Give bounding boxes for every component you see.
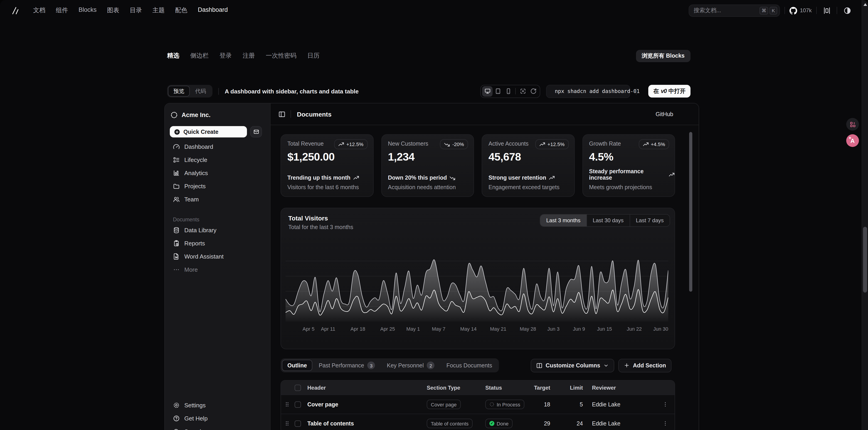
tablet-view-button[interactable] — [493, 86, 503, 96]
row-checkbox[interactable] — [294, 420, 301, 427]
github-icon — [789, 7, 797, 14]
section-type-badge: Cover page — [427, 400, 461, 409]
github-link[interactable]: 107k — [789, 7, 812, 14]
tab-signup[interactable]: 注册 — [243, 52, 255, 60]
x-axis-tick: May 7 — [432, 326, 445, 332]
grip-vertical-icon — [284, 421, 289, 426]
sidebar-item-data-library[interactable]: Data Library — [168, 224, 267, 237]
preview-scrollbar-thumb[interactable] — [689, 132, 692, 292]
tab-key-personnel[interactable]: Key Personnel2 — [381, 360, 440, 371]
target-cell[interactable]: 29 — [529, 420, 557, 427]
limit-cell[interactable]: 5 — [557, 401, 588, 407]
extension-grid-button[interactable] — [846, 118, 859, 131]
sidebar-item-get-help[interactable]: Get Help — [168, 412, 267, 425]
tab-featured[interactable]: 精选 — [167, 52, 179, 60]
nav-item-dashboard[interactable]: Dashboard — [198, 6, 228, 14]
row-checkbox[interactable] — [294, 401, 301, 407]
stat-value: 45,678 — [489, 151, 568, 163]
nav-item-colors[interactable]: 配色 — [175, 6, 187, 14]
page-scrollbar[interactable] — [862, 0, 868, 430]
sidebar-item-lifecycle[interactable]: Lifecycle — [168, 153, 267, 166]
tab-focus-documents[interactable]: Focus Documents — [441, 360, 498, 371]
drag-handle-icon[interactable] — [281, 401, 293, 407]
open-in-v0-button[interactable]: 在 v0 中打开 — [648, 85, 690, 98]
tab-label: Past Performance — [319, 362, 364, 368]
row-menu-button[interactable] — [647, 421, 675, 426]
nav-item-blocks[interactable]: Blocks — [79, 6, 97, 14]
nav-item-directory[interactable]: 目录 — [130, 6, 142, 14]
search-input[interactable]: 搜索文档... ⌘ K — [689, 4, 780, 16]
drag-handle-icon[interactable] — [281, 421, 293, 426]
sidebar-item-projects[interactable]: Projects — [168, 179, 267, 193]
sidebar-item-reports[interactable]: Reports — [168, 237, 267, 250]
table-row[interactable]: Cover page Cover page In Process 18 5 Ed… — [281, 395, 675, 414]
stat-footer-line2: Engagement exceed targets — [489, 184, 560, 191]
reviewer-cell[interactable]: Eddie Lake — [588, 401, 647, 407]
nav-item-charts[interactable]: 图表 — [107, 6, 119, 14]
tab-calendar[interactable]: 日历 — [307, 52, 319, 60]
trend-badge: +4.5% — [639, 139, 669, 149]
sidebar-item-analytics[interactable]: Analytics — [168, 166, 267, 179]
mobile-view-button[interactable] — [503, 86, 514, 96]
target-cell[interactable]: 18 — [529, 401, 557, 407]
x-axis-tick: Apr 25 — [380, 326, 395, 332]
area-chart[interactable] — [285, 246, 668, 322]
sidebar-item-team[interactable]: Team — [168, 193, 267, 206]
sidebar-item-label: Search — [184, 428, 203, 430]
quick-create-button[interactable]: Quick Create — [170, 126, 247, 137]
range-last-30-days[interactable]: Last 30 days — [586, 214, 629, 226]
add-section-button[interactable]: Add Section — [618, 359, 672, 372]
chart-subtitle: Total for the last 3 months — [288, 224, 353, 230]
desktop-view-button[interactable] — [482, 86, 493, 96]
scrollbar-thumb[interactable] — [863, 227, 867, 293]
stat-footer-text: Down 20% this period — [388, 175, 447, 181]
translate-extension-button[interactable]: ✦ A — [846, 134, 859, 147]
layout-toggle-button[interactable] — [821, 5, 832, 16]
inbox-button[interactable] — [250, 126, 262, 137]
sidebar-item-search[interactable]: Search — [168, 425, 267, 430]
open-v0-prefix: 在 — [653, 87, 659, 95]
tab-outline[interactable]: Outline — [282, 360, 312, 371]
panel-left-icon[interactable] — [278, 110, 285, 118]
section-type-cell: Cover page — [423, 400, 477, 409]
row-menu-button[interactable] — [647, 401, 675, 407]
sidebar-item-word-assistant[interactable]: Word Assistant — [168, 250, 267, 263]
shadcn-logo-icon[interactable] — [11, 6, 20, 15]
trending-up-icon — [549, 175, 555, 181]
x-axis-tick: May 1 — [406, 326, 420, 332]
code-toggle-button[interactable]: 代码 — [190, 86, 212, 97]
theme-toggle-button[interactable] — [842, 5, 852, 16]
row-header-cell[interactable]: Cover page — [305, 401, 423, 407]
nav-item-themes[interactable]: 主题 — [153, 6, 165, 14]
select-all-checkbox[interactable] — [294, 385, 301, 391]
limit-cell[interactable]: 24 — [557, 420, 588, 427]
sidebar-item-dashboard[interactable]: Dashboard — [168, 140, 267, 153]
tab-past-performance[interactable]: Past Performance3 — [313, 360, 380, 371]
preview-toggle-button[interactable]: 预览 — [168, 86, 190, 97]
trending-up-icon — [338, 141, 344, 147]
nav-item-docs[interactable]: 文档 — [33, 6, 45, 14]
scrollbar-up-arrow[interactable] — [864, 3, 867, 6]
sidebar-item-label: Projects — [184, 183, 206, 190]
range-last-7-days[interactable]: Last 7 days — [629, 214, 670, 226]
tab-sidebar[interactable]: 侧边栏 — [190, 52, 209, 60]
table-row[interactable]: Table of contents Table of contents ✓ Do… — [281, 414, 675, 430]
tab-login[interactable]: 登录 — [219, 52, 232, 60]
quick-create-label: Quick Create — [183, 129, 218, 135]
install-command[interactable]: npx shadcn add dashboard-01 — [546, 85, 630, 98]
fullscreen-button[interactable] — [518, 86, 528, 96]
nav-item-components[interactable]: 组件 — [56, 6, 68, 14]
reviewer-cell[interactable]: Eddie Lake — [588, 420, 647, 427]
tab-otp[interactable]: 一次性密码 — [266, 52, 297, 60]
github-header-link[interactable]: GitHub — [655, 111, 673, 117]
sidebar-item-settings[interactable]: Settings — [168, 399, 267, 412]
x-axis-tick: May 28 — [520, 326, 536, 332]
range-last-3-months[interactable]: Last 3 months — [540, 214, 586, 226]
sidebar-item-more[interactable]: More — [168, 263, 267, 276]
browse-all-blocks-button[interactable]: 浏览所有 Blocks — [636, 50, 690, 62]
search-icon — [173, 428, 180, 430]
customize-columns-button[interactable]: Customize Columns — [531, 359, 614, 372]
refresh-button[interactable] — [528, 86, 538, 96]
team-switcher[interactable]: Acme Inc. — [170, 109, 265, 121]
row-header-cell[interactable]: Table of contents — [305, 420, 423, 427]
